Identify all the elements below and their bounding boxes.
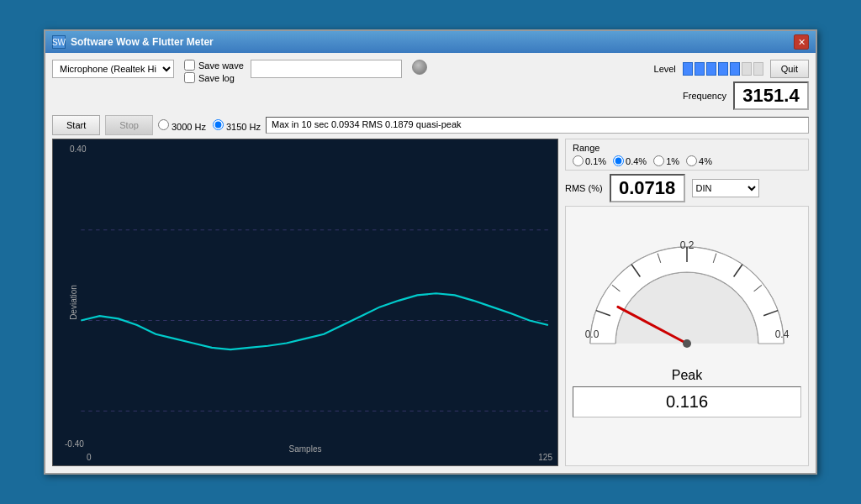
chart-y-top: 0.40 xyxy=(70,144,86,154)
info-bar: Max in 10 sec 0.0934 RMS 0.1879 quasi-pe… xyxy=(266,117,809,134)
gauge-peak-label: Peak xyxy=(672,368,702,383)
level-bar-3 xyxy=(706,62,716,76)
level-bar-2 xyxy=(695,62,705,76)
status-ball xyxy=(412,60,427,75)
save-log-row: Save log xyxy=(184,72,244,83)
top-controls-row: Microphone (Realtek Hi Save wave Save lo… xyxy=(52,60,809,110)
range-01-radio[interactable] xyxy=(573,155,584,166)
chart-x-label: Samples xyxy=(289,444,322,454)
svg-text:0.0: 0.0 xyxy=(585,328,600,340)
chart-container: 0.40 -0.40 0 125 Samples Deviation xyxy=(52,139,558,466)
freq-3000-radio-label: 3000 Hz xyxy=(158,119,206,132)
range-title: Range xyxy=(573,143,801,153)
right-panel: Range 0.1% 0.4% 1% xyxy=(565,139,809,466)
range-04-radio[interactable] xyxy=(613,155,624,166)
rms-label: RMS (%) xyxy=(565,183,603,193)
din-select[interactable]: DINIECNAB xyxy=(692,179,759,197)
range-04-label: 0.4% xyxy=(613,155,647,166)
chart-svg xyxy=(53,139,557,465)
chart-x-start: 0 xyxy=(87,453,92,462)
freq-3000-radio[interactable] xyxy=(158,119,169,130)
gauge-svg: 0.0 0.2 0.4 xyxy=(573,213,800,365)
level-bar-7 xyxy=(753,62,763,76)
gauge-peak-value: 0.116 xyxy=(573,386,801,417)
device-select[interactable]: Microphone (Realtek Hi xyxy=(52,60,174,78)
level-bar-5 xyxy=(730,62,740,76)
range-4-radio[interactable] xyxy=(686,155,697,166)
save-log-checkbox[interactable] xyxy=(184,72,195,83)
checkboxes-group: Save wave Save log xyxy=(184,60,244,83)
range-options: 0.1% 0.4% 1% 4% xyxy=(573,155,801,166)
main-window: SW Software Wow & Flutter Meter ✕ Microp… xyxy=(44,29,817,475)
level-bar-4 xyxy=(718,62,728,76)
level-bar-6 xyxy=(742,62,752,76)
svg-text:0.2: 0.2 xyxy=(680,239,695,251)
title-bar: SW Software Wow & Flutter Meter ✕ xyxy=(45,31,816,53)
window-title: Software Wow & Flutter Meter xyxy=(71,36,214,48)
save-wave-checkbox[interactable] xyxy=(184,60,195,71)
chart-y-label: Deviation xyxy=(69,285,78,320)
content-area: Microphone (Realtek Hi Save wave Save lo… xyxy=(45,53,816,473)
range-group: Range 0.1% 0.4% 1% xyxy=(565,139,809,171)
frequency-label: Frequency xyxy=(683,91,726,101)
range-1-label: 1% xyxy=(653,155,679,166)
freq-3150-radio-label: 3150 Hz xyxy=(213,119,261,132)
chart-y-bottom: -0.40 xyxy=(65,439,84,449)
svg-rect-0 xyxy=(53,139,557,465)
frequency-display: 3151.4 xyxy=(733,81,809,110)
freq-3150-radio[interactable] xyxy=(213,119,224,130)
stop-button[interactable]: Stop xyxy=(105,115,153,135)
chart-x-end: 125 xyxy=(538,453,552,462)
rms-display: 0.0718 xyxy=(610,174,685,202)
save-log-label: Save log xyxy=(198,73,235,83)
level-indicator xyxy=(683,62,763,76)
svg-text:0.4: 0.4 xyxy=(775,328,790,340)
quit-button[interactable]: Quit xyxy=(770,60,809,78)
close-button[interactable]: ✕ xyxy=(794,34,809,50)
level-bar-1 xyxy=(683,62,693,76)
start-button[interactable]: Start xyxy=(52,115,100,135)
title-bar-left: SW Software Wow & Flutter Meter xyxy=(52,35,214,49)
rms-row: RMS (%) 0.0718 DINIECNAB xyxy=(565,174,809,202)
save-wave-label: Save wave xyxy=(198,60,244,71)
filename-input[interactable] xyxy=(251,60,402,78)
svg-point-17 xyxy=(683,339,691,348)
button-row: Start Stop 3000 Hz 3150 Hz Max in 10 sec… xyxy=(52,115,809,135)
gauge-container: 0.0 0.2 0.4 Peak 0.116 xyxy=(565,206,809,466)
range-4-label: 4% xyxy=(686,155,712,166)
save-wave-row: Save wave xyxy=(184,60,244,71)
range-1-radio[interactable] xyxy=(653,155,664,166)
main-area: 0.40 -0.40 0 125 Samples Deviation xyxy=(52,139,809,466)
app-icon: SW xyxy=(52,35,66,49)
level-label: Level xyxy=(654,64,676,74)
range-01-label: 0.1% xyxy=(573,155,606,166)
